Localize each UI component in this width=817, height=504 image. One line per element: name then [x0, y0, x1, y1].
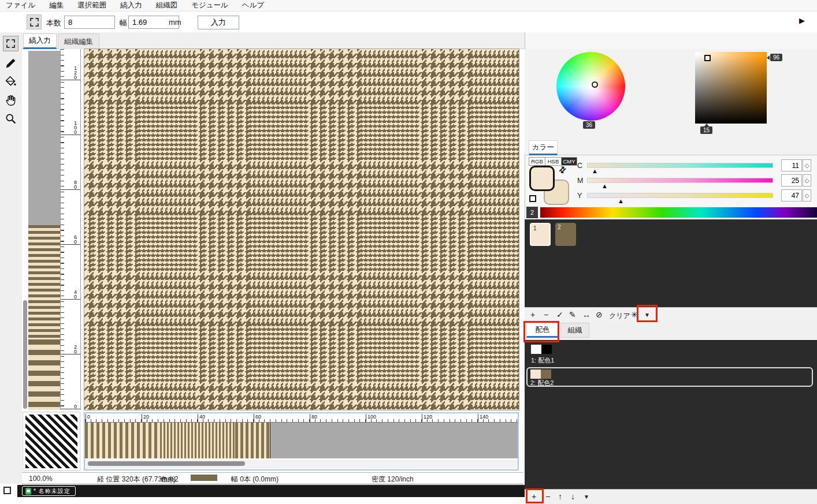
slider-track-m[interactable]	[587, 178, 773, 183]
fill-tool-button[interactable]	[3, 74, 18, 89]
spinner-m[interactable]: ◇	[803, 174, 811, 186]
menu-bar: ファイル 編集 選択範囲 縞入力 組織図 モジュール ヘルプ	[0, 0, 817, 12]
saturation-brightness-square[interactable]	[695, 52, 767, 124]
palette-item-2-selected[interactable]: 2: 配色2	[526, 367, 813, 387]
menu-edit[interactable]: 編集	[49, 1, 64, 10]
unit-label: mm	[169, 18, 181, 27]
ruler-major-tick	[61, 409, 80, 409]
palette1-color2-chip	[541, 345, 552, 354]
remove-palette-button[interactable]: −	[545, 492, 550, 501]
hue-wheel[interactable]	[556, 52, 625, 121]
swap-button[interactable]: ↔	[582, 310, 591, 319]
tab-stripe-input[interactable]: 縞入力	[23, 33, 57, 49]
move-up-button[interactable]: ↑	[558, 492, 562, 501]
stripe-segment-wide	[85, 423, 160, 458]
count-input[interactable]	[64, 16, 115, 29]
slider-track-y[interactable]	[587, 193, 773, 198]
menu-stripe-input[interactable]: 縞入力	[120, 1, 142, 10]
thread-label: 色糸2	[161, 475, 179, 484]
spinner-c[interactable]: ◇	[803, 159, 811, 171]
zoom-tool-button[interactable]	[3, 111, 18, 126]
hand-tool-button[interactable]	[3, 92, 18, 108]
value-input-y[interactable]	[782, 191, 801, 201]
marquee-icon	[6, 39, 15, 48]
paint-bucket-icon	[5, 76, 17, 88]
pencil-tool-button[interactable]	[3, 55, 18, 71]
status-bar: 100.0% 経 位置 320本 (67.73mm) 色糸2 幅 0本 (0.0…	[22, 472, 523, 484]
density-readout: 密度 120/inch	[372, 475, 414, 484]
tab-color[interactable]: カラー	[529, 140, 558, 155]
tab-weave-edit[interactable]: 組織編集	[58, 33, 99, 49]
add-swatch-button[interactable]: +	[530, 310, 535, 319]
width-label: 幅	[120, 18, 127, 28]
weft-stripe-preview[interactable]	[85, 423, 518, 458]
thread-color-swatch	[191, 475, 217, 481]
spectrum-bar[interactable]	[540, 207, 817, 218]
menu-file[interactable]: ファイル	[6, 1, 35, 10]
tool-strip	[0, 32, 22, 484]
pattern-canvas-area[interactable]	[84, 48, 519, 410]
thread-swatch-2[interactable]: 2	[555, 223, 576, 246]
saturation-badge: 15	[700, 126, 712, 134]
document-checkbox[interactable]	[3, 487, 11, 494]
value-input-m[interactable]	[782, 176, 801, 186]
ruler-label: 40	[198, 414, 205, 422]
ruler-label: 80	[310, 414, 317, 422]
disable-button[interactable]: ⊘	[596, 310, 603, 319]
stripe-wide-band	[28, 339, 60, 410]
mode-cmy[interactable]: CMY	[561, 157, 577, 166]
value-box-y[interactable]	[781, 189, 802, 201]
sv-selector[interactable]	[704, 55, 711, 61]
palette-dropdown-button[interactable]: ▼	[584, 494, 589, 500]
palette-item-1[interactable]: 1: 配色1	[526, 344, 815, 365]
horizontal-scrollbar[interactable]	[85, 460, 518, 469]
selection-mode-button[interactable]	[27, 14, 42, 29]
move-down-button[interactable]: ↓	[571, 492, 575, 501]
tab-weave[interactable]: 組織	[560, 323, 589, 338]
menu-help[interactable]: ヘルプ	[242, 1, 264, 10]
select-tool-button[interactable]	[3, 36, 18, 51]
weave-canvas[interactable]	[84, 49, 519, 410]
foreground-color-swatch[interactable]	[529, 166, 555, 191]
ruler-label: 0	[86, 414, 90, 422]
ruler-label: 100	[366, 414, 376, 422]
thread-swatch-1[interactable]: 1	[530, 223, 551, 246]
stripe-segment-medium	[235, 423, 270, 458]
edit-button[interactable]: ✎	[569, 310, 576, 319]
vertical-scrollbar-thumb[interactable]	[23, 300, 27, 409]
menu-selection[interactable]: 選択範囲	[77, 1, 106, 10]
ruler-label: 1 2 0	[74, 66, 77, 80]
slider-marker-y[interactable]: ▲	[618, 197, 624, 204]
apply-button[interactable]: ✓	[556, 310, 563, 319]
document-tab[interactable]: * 名称未設定	[22, 486, 76, 496]
value-box-c[interactable]	[781, 159, 802, 171]
slider-marker-c[interactable]: ▲	[592, 167, 598, 174]
ruler-major-tick	[61, 244, 80, 245]
ruler-label: 6 0	[74, 235, 77, 244]
mode-hsb[interactable]: HSB	[545, 157, 561, 166]
mode-rgb[interactable]: RGB	[529, 157, 545, 166]
value-box-m[interactable]	[781, 174, 802, 186]
ruler-label: 2 0	[74, 345, 77, 354]
menu-module[interactable]: モジュール	[191, 1, 228, 10]
horizontal-scrollbar-thumb[interactable]	[88, 461, 245, 466]
remove-swatch-button[interactable]: −	[544, 310, 548, 319]
ruler-major-tick	[61, 135, 80, 135]
horizontal-ruler: 020406080100120140	[85, 413, 518, 423]
slider-marker-m[interactable]: ▲	[601, 182, 608, 189]
toolbar: 本数 幅 mm 入力 ▶	[0, 12, 817, 32]
hand-icon	[5, 94, 17, 106]
spinner-y[interactable]: ◇	[803, 189, 811, 201]
default-colors-button[interactable]	[529, 195, 536, 202]
weave-structure-thumbnail[interactable]	[23, 412, 80, 471]
magnifier-icon	[5, 113, 17, 125]
menu-weave-diagram[interactable]: 組織図	[156, 1, 178, 10]
warp-stripe-column[interactable]	[28, 51, 60, 410]
input-button[interactable]: 入力	[198, 16, 239, 29]
clear-button[interactable]: クリア	[609, 311, 630, 321]
value-input-c[interactable]	[782, 160, 801, 171]
hue-wheel-selector[interactable]	[592, 81, 598, 88]
expand-right-icon[interactable]: ▶	[799, 16, 805, 25]
slider-label-c: C	[577, 162, 582, 170]
slider-track-c[interactable]	[587, 163, 773, 168]
